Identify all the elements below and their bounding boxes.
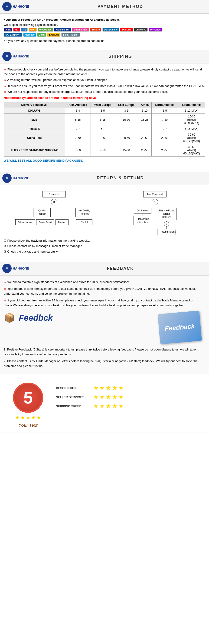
table-row: Fedex IE 3-7 5-7 --------- --------- 3-7… [4,126,205,132]
flowchart: Received 3 Quality Problem Color differe… [4,191,205,235]
logo-text: HANHONE [13,5,29,8]
circle-1: 1 [152,199,158,205]
desc-star1: ★ [93,384,98,392]
shipping-bullet-3: In order to ensure you receive your orde… [4,84,205,88]
star2: ★ [20,415,25,421]
col-south-am: South America [178,102,205,108]
payment-methods-label: We support the following payment methods… [4,23,205,26]
your-text-label: Your Text [18,423,38,428]
table-row: EMS 5-15 6-15 15-30 15-25 7-20 15-30(dir… [4,114,205,126]
sell-star5: ★ [118,394,124,401]
batman-badge: BATMAN [47,33,60,37]
payment-intro-bold: Our Buyer Protection ONLY protects Payme… [5,18,120,22]
col-delivery: Delivery Time(days) [4,102,65,108]
delta-badge: Delta Online [102,28,119,32]
description-stars: ★ ★ ★ ★ ★ [93,384,124,392]
feedback-bullet-2: Your feedback is extremely important to … [4,286,205,296]
shipping-notice: Notice:Hoildays and weekends are not inc… [4,96,205,100]
return-note-3: ③ Check the package and item carefully. [4,249,205,254]
quality-problem-box: Quality Problem [33,208,51,217]
logo-inner: H [6,5,8,8]
sell-star3: ★ [106,394,111,401]
col-west-eu: West Europe [91,102,115,108]
table-row: ALIEXPRESS STANDARD SHIPPING 7-50 7-50 1… [4,144,205,156]
doku-badge: Doku [37,33,46,37]
col-east-eu: East Europe [115,102,138,108]
return-note-1: ① Please check the tracking information … [4,238,205,243]
quality-defect-box: Quality Defect [36,219,55,225]
not-quality-problem-box: Not Quality Problem [75,208,93,217]
shipping-speed-label: SHIPPING SPEED: [56,404,91,408]
return-section: H HANHONE RETURN & RETUND Received 3 Qua… [0,172,209,258]
visa-badge: VISA [4,28,12,32]
feedback-logo-circle: H [2,264,11,273]
desc-star3: ★ [106,384,111,392]
ae-badge: AE [21,28,28,32]
feedback-header: H HANHONE FEEDBACK [0,262,209,275]
ship-star1: ★ [93,402,98,410]
col-africa: Africa [138,102,152,108]
logo-circle: H [2,2,11,11]
mc-badge: MC [13,28,20,32]
shipping-stars: ★ ★ ★ ★ ★ [93,402,124,410]
not-fit-box: Not Fit [76,219,92,225]
return-logo-circle: H [2,174,11,183]
color-diff-box: Color difference [15,219,35,225]
payment-content: • Our Buyer Protection ONLY protects Pay… [0,14,209,46]
received-box: Received [42,191,66,198]
desc-star5: ★ [118,384,124,392]
feedback-logo-text: HANHONE [13,266,29,270]
rating-left: 5 ★ ★ ★ ★ ★ Your Text [5,382,51,428]
return-logo-inner: H [6,177,8,179]
ship-star2: ★ [99,402,105,410]
shipping-logo-circle: H [2,52,11,61]
mercado-badge: mercado [23,33,36,37]
payment-icons-row2: SAFETY▶PAY mercado Doku BATMAN Bank Tran… [4,33,205,37]
desc-star2: ★ [99,384,105,392]
webmoney-badge: WebMoney [38,28,53,32]
feedback-bullet-1: We aim to maintain high standards of exc… [4,280,205,285]
return-logo-text: HANHONE [13,176,29,180]
carrier-ems: EMS [4,114,65,126]
shipping-content: Please double check your address before … [0,63,209,168]
payment-header: H HANHONE PAYMENT METHOD [0,0,209,14]
shipping-logo-inner: H [6,55,8,58]
seller-label: SELLER SERVICET: [56,396,91,399]
ship-star4: ★ [112,402,117,410]
star3: ★ [26,415,30,421]
description-rating-row: DESCRIPTION: ★ ★ ★ ★ ★ [56,384,204,392]
damage-box: Damage [55,219,68,225]
shipping-section: H HANHONE SHIPPING Please double check y… [0,50,209,168]
please-wait-box: Please wait with patient [134,216,152,225]
feedback-big-title: Feedbck [19,313,53,323]
payment-section: H HANHONE PAYMENT METHOD • Our Buyer Pro… [0,0,209,46]
payment-note: • If you have any question about the pay… [4,39,205,42]
carrier-fedex: Fedex IE [4,126,65,132]
uni-badge: Unibanco [134,28,148,32]
feedback-icon: 📦 [4,312,15,323]
qiwi-badge: Qiwi [28,28,37,32]
shipping-logo-area: H HANHONE [2,52,29,61]
sell-star2: ★ [99,394,105,401]
not-received-box: Not Received [143,191,167,198]
col-asia: Asia Australia [65,102,91,108]
sell-star1: ★ [93,394,98,401]
payment-intro: • Our Buyer Protection ONLY protects Pay… [4,18,205,22]
ship-star5: ★ [118,402,124,410]
mobile-badge: Мобильные [72,28,89,32]
shipping-logo-text: HANHONE [13,54,29,58]
circle-3: 3 [51,199,57,205]
payment-icons-row: VISA MC AE Qiwi WebMoney Наличными Мобил… [4,28,205,32]
test-note: WE WILL TEST ALL GOOD BEFORE SEND PACKAG… [4,158,205,163]
star4: ★ [31,415,36,421]
boleto-badge: Болето [90,28,101,32]
feedback-banner: 📦 Feedbck [4,310,151,326]
rating-section: 5 ★ ★ ★ ★ ★ Your Text DESCRIPTION: ★ ★ ★… [0,378,209,433]
resend-refund-box: Resend/Refund [157,229,176,235]
star1: ★ [15,415,20,421]
return-title: RETURN & RETUND [34,176,207,180]
feedback-bullet-3: If you did not hear from us within 24 ho… [4,298,205,308]
bottom-stars: ★ ★ ★ ★ ★ [15,415,41,421]
bank-badge: Bank Transfer [61,33,80,37]
shipping-title: SHIPPING [34,54,207,59]
